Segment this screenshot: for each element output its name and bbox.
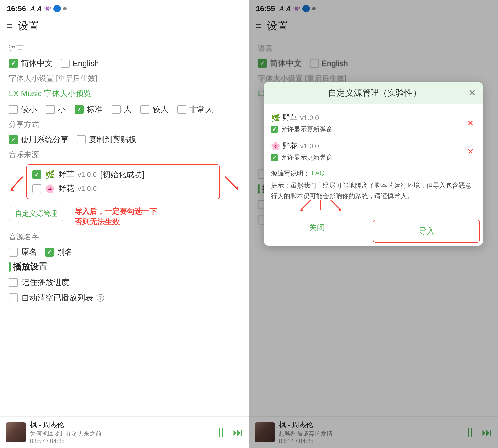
- yecao-version-dialog: v1.0.0: [300, 114, 319, 122]
- dialog-title: 自定义源管理（实验性）: [281, 87, 468, 99]
- player-subtitle-1: 为何挽回要赶在冬天来之前: [30, 430, 211, 438]
- panel-1: 16:56 A A 👾 ↓ ≡ 设置 语言 简体中文 English 字体大: [0, 0, 249, 448]
- dialog-warning: 提示：虽然我们已经尽可能地隔离了脚本的运行环境，但导入包含恶意行为的脚本仍可能会…: [271, 180, 476, 201]
- playback-clear-1[interactable]: 自动清空已播放列表 ?: [9, 292, 240, 303]
- audio-original-1[interactable]: 原名: [9, 247, 37, 258]
- faq-row: 源编写说明： FAQ: [271, 169, 476, 178]
- yehua-emoji-dialog: 🌸: [271, 142, 280, 150]
- panel-2: 16:55 A A 👾 ↓ ≡ 设置 语言 简体中文 English 字体大小: [249, 0, 498, 448]
- dialog-source-yecao-info: 🌿 野草 v1.0.0 允许显示更新弹窗: [271, 113, 465, 134]
- audio-name-label-1: 音源名字: [9, 232, 240, 242]
- music-source-section-1: 音乐来源 🌿 野草 v1.0.0 [初始化成功]: [9, 150, 240, 227]
- font-smaller-1[interactable]: 较小: [9, 104, 37, 115]
- next-icon-1[interactable]: ⏭: [233, 427, 243, 438]
- font-large-label-1: 大: [124, 104, 131, 115]
- share-clipboard-1[interactable]: 复制到剪贴板: [77, 134, 136, 145]
- language-options-1: 简体中文 English: [9, 58, 240, 69]
- font-huge-1[interactable]: 非常大: [177, 104, 213, 115]
- share-system-1[interactable]: 使用系统分享: [9, 134, 69, 145]
- font-small-label-1: 小: [58, 104, 66, 115]
- yehua-name-dialog: 野花: [283, 141, 298, 151]
- delete-yecao-btn[interactable]: ✕: [465, 116, 476, 130]
- lang-chinese-1[interactable]: 简体中文: [9, 58, 53, 69]
- yecao-emoji-dialog: 🌿: [271, 113, 280, 122]
- lang-chinese-label-1: 简体中文: [21, 58, 53, 69]
- svg-marker-3: [236, 186, 239, 190]
- cb-yecao-dialog[interactable]: [271, 126, 278, 133]
- dialog-yecao-name: 🌿 野草 v1.0.0: [271, 113, 465, 123]
- font-standard-1[interactable]: 标准: [75, 104, 103, 115]
- yehua-version-dialog: v1.0.0: [300, 142, 319, 150]
- cb-larger-1[interactable]: [140, 105, 149, 114]
- bottom-player-1: 枫 - 周杰伦 为何挽回要赶在冬天来之前 03:57 / 04:35 ⏸ ⏭: [0, 416, 249, 448]
- dialog-close-icon[interactable]: ✕: [468, 88, 476, 98]
- cb-smaller-1[interactable]: [9, 105, 18, 114]
- cb-share-system-1[interactable]: [9, 135, 18, 144]
- yecao-name-dialog: 野草: [283, 113, 298, 123]
- svg-line-8: [331, 200, 341, 210]
- font-large-1[interactable]: 大: [112, 104, 131, 115]
- cb-huge-1[interactable]: [177, 105, 186, 114]
- language-label-1: 语言: [9, 43, 240, 54]
- annotation-1: 导入后，一定要勾选一下否则无法生效: [75, 206, 157, 227]
- cb-large-1[interactable]: [112, 105, 121, 114]
- player-info-1: 枫 - 周杰伦 为何挽回要赶在冬天来之前 03:57 / 04:35: [30, 420, 211, 445]
- dialog-source-yehua: 🌸 野花 v1.0.0 允许显示更新弹窗 ✕: [271, 137, 476, 165]
- header-1: ≡ 设置: [0, 15, 249, 36]
- fontsize-label-1: 字体大小设置 [重启后生效]: [9, 73, 240, 84]
- cb-original-1[interactable]: [9, 248, 18, 257]
- source-yecao-1[interactable]: 🌿 野草 v1.0.0 [初始化成功]: [32, 169, 214, 180]
- album-art-1[interactable]: [6, 422, 26, 442]
- lang-english-label-1: English: [73, 59, 99, 68]
- share-clipboard-label-1: 复制到剪贴板: [89, 134, 136, 145]
- playback-title-1: 播放设置: [13, 261, 47, 273]
- font-huge-label-1: 非常大: [189, 104, 213, 115]
- audio-alias-1[interactable]: 别名: [45, 247, 73, 258]
- cb-small-1[interactable]: [46, 105, 55, 114]
- cb-clear-1[interactable]: [9, 293, 18, 302]
- share-label-1: 分享方式: [9, 119, 240, 130]
- dialog-body: 🌿 野草 v1.0.0 允许显示更新弹窗 ✕ 🌸 野花: [264, 104, 483, 217]
- arrow-dialog-3: [326, 199, 346, 211]
- yecao-name-1: 野草: [58, 169, 74, 180]
- dialog-arrows: [271, 206, 476, 211]
- yecao-emoji-1: 🌿: [45, 170, 55, 179]
- fontsize-preview-1: LX Music 字体大小预览: [9, 88, 240, 99]
- icon-download: ↓: [53, 5, 61, 12]
- font-larger-1[interactable]: 较大: [140, 104, 168, 115]
- icon-dot: [63, 7, 67, 10]
- faq-link[interactable]: FAQ: [312, 169, 325, 178]
- svg-line-0: [11, 177, 23, 189]
- cb-share-clipboard-1[interactable]: [77, 135, 86, 144]
- close-btn[interactable]: 关闭: [264, 217, 370, 246]
- delete-yehua-btn[interactable]: ✕: [465, 145, 476, 158]
- yecao-status-1: [初始化成功]: [100, 169, 144, 180]
- import-btn[interactable]: 导入: [373, 220, 480, 243]
- audio-alias-label-1: 别名: [57, 247, 73, 258]
- font-larger-label-1: 较大: [152, 104, 168, 115]
- dialog-source-yehua-info: 🌸 野花 v1.0.0 允许显示更新弹窗: [271, 141, 465, 162]
- checkbox-english-1[interactable]: [61, 59, 70, 68]
- cb-standard-1[interactable]: [75, 105, 84, 114]
- font-small-1[interactable]: 小: [46, 104, 66, 115]
- player-title-1: 枫 - 周杰伦: [30, 420, 211, 430]
- cb-progress-1[interactable]: [9, 278, 18, 287]
- yecao-version-1: v1.0.0: [78, 171, 97, 179]
- playback-progress-1[interactable]: 记住播放进度: [9, 277, 240, 288]
- menu-icon-1[interactable]: ≡: [7, 21, 12, 31]
- lang-english-1[interactable]: English: [61, 59, 99, 68]
- cb-alias-1[interactable]: [45, 248, 54, 257]
- custom-source-btn-1[interactable]: 自定义源管理: [9, 206, 63, 221]
- cb-yehua-dialog[interactable]: [271, 154, 278, 161]
- info-icon-1[interactable]: ?: [97, 294, 104, 302]
- checkbox-chinese-1[interactable]: [9, 59, 18, 68]
- share-system-label-1: 使用系统分享: [21, 134, 69, 145]
- audio-original-label-1: 原名: [21, 247, 37, 258]
- cb-yecao-1[interactable]: [32, 170, 41, 179]
- play-icon-1[interactable]: ⏸: [215, 426, 227, 439]
- music-source-label-1: 音乐来源: [9, 150, 240, 160]
- icon-font-a1: A: [31, 5, 35, 12]
- source-yehua-1[interactable]: 🌸 野花 v1.0.0: [32, 183, 214, 194]
- yehua-allow-label: 允许显示更新弹窗: [281, 153, 333, 162]
- cb-yehua-1[interactable]: [32, 184, 41, 193]
